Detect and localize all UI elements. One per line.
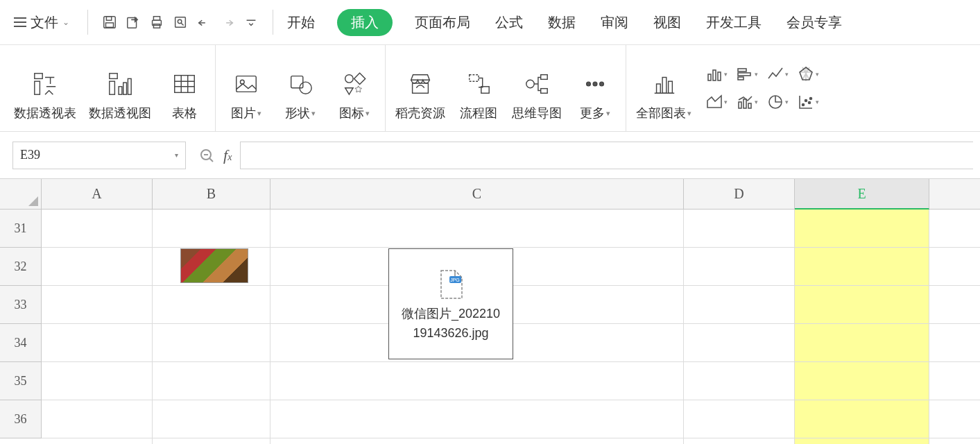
column-header[interactable] bbox=[929, 179, 980, 210]
svg-rect-19 bbox=[291, 76, 303, 88]
more-icon bbox=[582, 71, 608, 97]
menubar: 文件 ⌄ 开始 插入 页面布局 公式 数据 审阅 视图 开发工具 会员专享 bbox=[0, 0, 980, 45]
redo-icon[interactable] bbox=[217, 12, 238, 33]
svg-point-21 bbox=[345, 75, 353, 83]
qat-customize-icon[interactable] bbox=[241, 12, 261, 33]
radar-chart-icon[interactable]: ▾ bbox=[796, 62, 820, 87]
svg-point-48 bbox=[810, 98, 812, 100]
scatter-chart-icon[interactable]: ▾ bbox=[796, 89, 820, 114]
separator bbox=[87, 10, 88, 35]
svg-point-26 bbox=[526, 80, 534, 87]
ribbon-group-tables: 数据透视表 数据透视图 表格 bbox=[4, 45, 215, 131]
mindmap-button[interactable]: 思维导图 bbox=[512, 45, 562, 131]
undo-icon[interactable] bbox=[194, 12, 214, 33]
shapes-button[interactable]: 形状▾ bbox=[280, 45, 321, 131]
separator bbox=[273, 10, 273, 35]
svg-rect-32 bbox=[657, 84, 661, 93]
svg-point-30 bbox=[593, 82, 597, 86]
row-header[interactable]: 35 bbox=[0, 362, 42, 400]
tab-start[interactable]: 开始 bbox=[284, 9, 318, 36]
export-icon[interactable] bbox=[123, 12, 144, 33]
icons-label: 图标 bbox=[339, 105, 364, 121]
pivot-chart-button[interactable]: 数据透视图 bbox=[89, 45, 151, 131]
svg-rect-27 bbox=[541, 75, 548, 80]
icons-icon bbox=[341, 71, 368, 97]
svg-rect-1 bbox=[106, 17, 111, 21]
column-header-selected[interactable]: E bbox=[795, 179, 929, 210]
svg-rect-9 bbox=[35, 74, 42, 79]
mindmap-icon bbox=[524, 71, 550, 97]
svg-point-31 bbox=[600, 82, 604, 86]
pivot-chart-icon bbox=[107, 71, 133, 97]
dropdown-icon: ▾ bbox=[311, 109, 316, 118]
print-icon[interactable] bbox=[146, 12, 167, 33]
svg-rect-12 bbox=[110, 81, 115, 94]
cells-area[interactable]: JPG 微信图片_202210 19143626.jpg bbox=[42, 210, 980, 444]
preview-icon[interactable] bbox=[170, 12, 191, 33]
file-menu-button[interactable]: 文件 ⌄ bbox=[7, 9, 76, 36]
ribbon-group-charts: 全部图表▾ ▾ ▾ ▾ ▾ ▾ ▾ ▾ ▾ bbox=[626, 45, 830, 131]
more-button[interactable]: 更多▾ bbox=[574, 45, 616, 131]
row-header[interactable]: 34 bbox=[0, 324, 42, 362]
tab-insert[interactable]: 插入 bbox=[337, 9, 393, 36]
pie-chart-icon[interactable]: ▾ bbox=[765, 89, 790, 114]
embedded-image[interactable] bbox=[180, 248, 248, 283]
all-charts-label: 全部图表 bbox=[636, 105, 686, 121]
tab-view[interactable]: 视图 bbox=[651, 9, 684, 36]
all-charts-button[interactable]: 全部图表▾ bbox=[636, 45, 691, 131]
area-chart-icon[interactable]: ▾ bbox=[704, 89, 729, 114]
tab-data[interactable]: 数据 bbox=[545, 9, 578, 36]
svg-rect-22 bbox=[354, 73, 366, 84]
embedded-file-object[interactable]: JPG 微信图片_202210 19143626.jpg bbox=[388, 248, 513, 359]
row-header[interactable]: 32 bbox=[0, 248, 42, 286]
shapes-icon bbox=[287, 71, 313, 97]
select-all-corner[interactable] bbox=[0, 179, 42, 210]
picture-button[interactable]: 图片▾ bbox=[225, 45, 267, 131]
ribbon: 数据透视表 数据透视图 表格 图片▾ 形状▾ 图标▾ 稻壳资源 bbox=[0, 45, 980, 132]
formula-input[interactable] bbox=[240, 142, 973, 169]
dropdown-icon: ▾ bbox=[366, 109, 370, 118]
pivot-table-button[interactable]: 数据透视表 bbox=[14, 45, 76, 131]
column-headers: A B C D E bbox=[42, 179, 980, 210]
svg-text:JPG: JPG bbox=[450, 278, 460, 282]
tab-dev-tools[interactable]: 开发工具 bbox=[703, 9, 764, 36]
embedded-file-name-1: 微信图片_202210 bbox=[402, 305, 500, 322]
icons-button[interactable]: 图标▾ bbox=[334, 45, 375, 131]
combo-chart-icon[interactable]: ▾ bbox=[734, 89, 759, 114]
svg-point-29 bbox=[587, 82, 591, 86]
column-chart-icon[interactable]: ▾ bbox=[704, 62, 729, 87]
row-header[interactable]: 31 bbox=[0, 210, 42, 248]
column-header[interactable]: C bbox=[270, 179, 684, 210]
flowchart-button[interactable]: 流程图 bbox=[458, 45, 499, 131]
docer-button[interactable]: 稻壳资源 bbox=[395, 45, 445, 131]
svg-point-45 bbox=[802, 104, 805, 106]
tab-formulas[interactable]: 公式 bbox=[492, 9, 526, 36]
ribbon-tabs: 开始 插入 页面布局 公式 数据 审阅 视图 开发工具 会员专享 bbox=[284, 9, 845, 36]
bar-chart-icon[interactable]: ▾ bbox=[734, 62, 759, 87]
column-header[interactable]: A bbox=[42, 179, 153, 210]
tab-review[interactable]: 审阅 bbox=[598, 9, 631, 36]
tab-page-layout[interactable]: 页面布局 bbox=[412, 9, 473, 36]
row-header[interactable]: 33 bbox=[0, 286, 42, 324]
pivot-chart-label: 数据透视图 bbox=[89, 105, 151, 121]
line-chart-icon[interactable]: ▾ bbox=[765, 62, 790, 87]
row-header[interactable]: 36 bbox=[0, 400, 42, 438]
column-header[interactable]: D bbox=[684, 179, 795, 210]
name-box[interactable]: E39 ▾ bbox=[12, 142, 186, 169]
table-button[interactable]: 表格 bbox=[164, 45, 205, 131]
cancel-formula-icon[interactable] bbox=[198, 147, 215, 164]
dropdown-icon: ▾ bbox=[606, 109, 610, 118]
picture-icon bbox=[233, 71, 259, 97]
name-box-value: E39 bbox=[20, 148, 40, 162]
column-header[interactable]: B bbox=[153, 179, 270, 210]
save-icon[interactable] bbox=[99, 12, 120, 33]
chevron-down-icon: ⌄ bbox=[62, 17, 69, 27]
file-menu-label: 文件 bbox=[31, 13, 58, 32]
dropdown-icon: ▾ bbox=[175, 151, 178, 159]
svg-rect-17 bbox=[237, 76, 257, 92]
tab-member[interactable]: 会员专享 bbox=[784, 9, 845, 36]
picture-label: 图片 bbox=[231, 105, 256, 121]
formula-area: fx bbox=[198, 142, 973, 169]
svg-rect-5 bbox=[153, 17, 160, 21]
fx-icon[interactable]: fx bbox=[223, 146, 232, 164]
